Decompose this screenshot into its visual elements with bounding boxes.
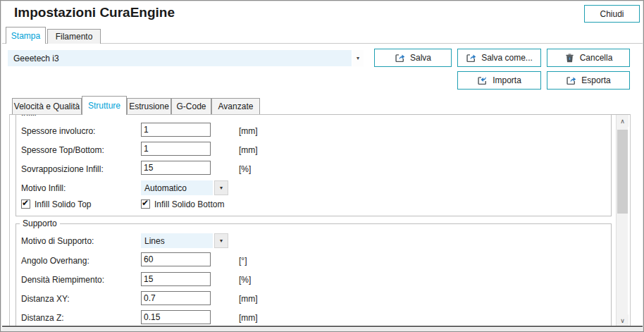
infill-group-label-clipped: Infill — [21, 114, 36, 118]
field-label-spessore-involucro: Spessore involucro: — [21, 126, 95, 136]
export-button-label: Esporta — [581, 75, 610, 85]
vertical-scrollbar[interactable]: ∧ ∨ — [616, 115, 628, 326]
cura-settings-dialog: Impostazioni CuraEngine Chiudi Stampa Fi… — [0, 0, 644, 332]
delete-button[interactable]: Cancella — [547, 49, 630, 67]
trash-icon — [564, 53, 575, 63]
import-button[interactable]: Importa — [457, 71, 541, 90]
window-footer-strip — [2, 327, 643, 332]
export-icon — [395, 53, 405, 63]
chevron-down-icon[interactable]: ▾ — [214, 233, 228, 248]
tab-avanzate[interactable]: Avanzate — [211, 98, 260, 114]
tab-estrusione[interactable]: Estrusione — [127, 98, 171, 114]
chevron-down-icon[interactable]: ▾ — [352, 50, 364, 66]
scroll-up-icon[interactable]: ∧ — [617, 115, 628, 127]
unit-label: [mm] — [239, 294, 258, 304]
field-label-sovrapposizione-infill: Sovrapposizione Infill: — [21, 164, 104, 174]
settings-scroll-panel: Infill Spessore involucro: [mm] Spessore… — [9, 114, 631, 326]
save-button[interactable]: Salva — [374, 49, 452, 67]
save-as-button-label: Salva come... — [481, 53, 533, 63]
infill-groupbox — [16, 114, 612, 216]
export-icon — [566, 75, 576, 86]
infill-solido-top-checkbox[interactable] — [21, 199, 30, 209]
supporto-groupbox — [16, 223, 612, 326]
page-title: Impostazioni CuraEngine — [14, 5, 175, 20]
field-label-motivo-infill: Motivo Infill: — [21, 183, 66, 193]
spessore-involucro-input[interactable] — [141, 123, 211, 137]
field-label-distanza-z: Distanza Z: — [21, 313, 64, 323]
close-button[interactable]: Chiudi — [584, 5, 640, 23]
import-icon — [477, 75, 488, 86]
distanza-z-input[interactable] — [141, 310, 211, 324]
field-label-spessore-top-bottom: Spessore Top/Bottom: — [21, 145, 104, 155]
unit-label: [mm] — [239, 313, 258, 323]
motivo-infill-dropdown[interactable]: Automatico — [141, 180, 213, 195]
scroll-down-icon[interactable]: ∨ — [617, 314, 628, 326]
infill-solido-top-label: Infill Solido Top — [35, 199, 92, 209]
unit-label: [mm] — [239, 145, 258, 155]
save-as-button[interactable]: Salva come... — [457, 49, 541, 67]
export-button[interactable]: Esporta — [547, 71, 630, 90]
angolo-overhang-input[interactable] — [141, 252, 211, 266]
import-button-label: Importa — [493, 75, 521, 85]
unit-label: [%] — [239, 275, 251, 285]
sovrapposizione-infill-input[interactable] — [141, 161, 211, 175]
distanza-xy-input[interactable] — [141, 291, 211, 305]
spessore-top-bottom-input[interactable] — [141, 142, 211, 156]
scrollbar-thumb[interactable] — [617, 130, 628, 214]
unit-label: [mm] — [239, 126, 258, 136]
infill-solido-bottom-label: Infill Solido Bottom — [154, 199, 224, 209]
field-label-angolo-overhang: Angolo Overhang: — [21, 256, 89, 266]
motivo-supporto-dropdown[interactable]: Lines — [141, 233, 213, 248]
tab-gcode[interactable]: G-Code — [171, 98, 211, 114]
delete-button-label: Cancella — [580, 53, 613, 63]
tab-velocita-e-qualita[interactable]: Velocità e Qualità — [12, 98, 82, 114]
field-label-distanza-xy: Distanza XY: — [21, 294, 70, 304]
field-label-motivo-supporto: Motivo di Supporto: — [21, 236, 94, 246]
unit-label: [%] — [239, 164, 251, 174]
profile-dropdown-value: Geeetech i3 — [8, 50, 352, 66]
supporto-group-label: Supporto — [20, 219, 60, 228]
tab-filamento[interactable]: Filamento — [47, 29, 101, 44]
tab-strutture[interactable]: Strutture — [82, 96, 127, 115]
densita-riempimento-input[interactable] — [141, 272, 211, 286]
unit-label: [°] — [239, 256, 247, 266]
tab-stampa[interactable]: Stampa — [6, 27, 46, 44]
save-button-label: Salva — [410, 53, 431, 63]
field-label-densita-riempimento: Densità Riempimento: — [21, 275, 104, 285]
export-icon — [466, 53, 476, 63]
infill-solido-bottom-checkbox[interactable] — [141, 199, 150, 209]
chevron-down-icon[interactable]: ▾ — [214, 180, 228, 195]
profile-dropdown[interactable]: Geeetech i3 ▾ — [8, 50, 364, 66]
